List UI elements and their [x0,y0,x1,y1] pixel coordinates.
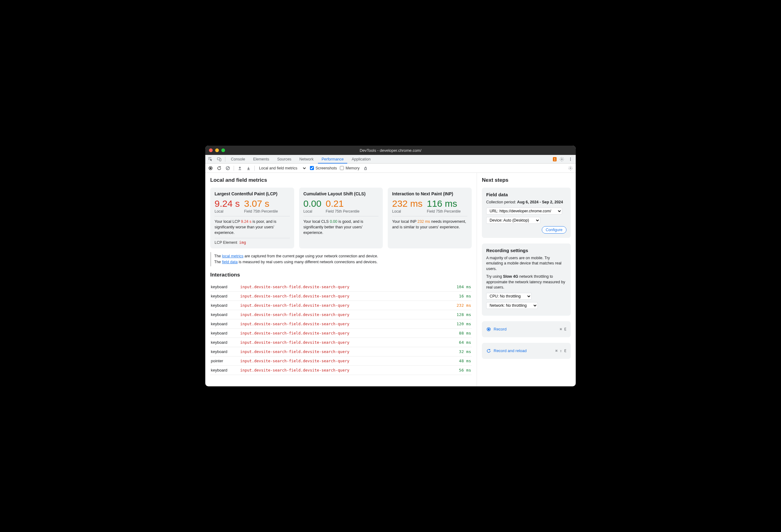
interaction-selector: input.devsite-search-field.devsite-searc… [240,291,450,301]
record-dot-icon [486,327,491,332]
record-panel: Record ⌘ E [482,321,571,337]
device-toggle-icon[interactable] [215,155,223,163]
interaction-selector: input.devsite-search-field.devsite-searc… [240,310,450,319]
svg-point-4 [570,159,571,159]
metric-cards: Largest Contentful Paint (LCP) 9.24 s Lo… [210,188,472,249]
settings-icon[interactable] [558,155,566,163]
device-select[interactable]: Device: Auto (Desktop) [486,217,540,224]
tab-application[interactable]: Application [348,155,374,164]
tab-performance[interactable]: Performance [318,155,347,164]
lcp-element-row[interactable]: LCP Elementimg [214,238,290,245]
tab-sources[interactable]: Sources [274,155,295,164]
field-value: 3.07 s [244,199,278,209]
interaction-row[interactable]: keyboard input.devsite-search-field.devs… [210,291,472,301]
interaction-type: keyboard [210,301,240,310]
card-description: Your local INP 232 ms needs improvement,… [392,219,467,230]
svg-point-7 [210,167,211,169]
tab-elements[interactable]: Elements [249,155,273,164]
interaction-type: keyboard [210,282,240,292]
right-panel: Next steps Field data Collection period:… [477,173,576,386]
field-data-link[interactable]: field data [222,260,238,264]
svg-point-12 [488,328,490,330]
record-icon[interactable] [208,165,213,171]
card-description: Your local CLS 0.00 is good, and is sign… [303,219,379,235]
svg-point-2 [561,159,563,160]
devtools-window: DevTools - developer.chrome.com/ Console… [205,146,576,386]
card-description: Your local LCP 9.24 s is poor, and is si… [214,219,290,235]
interaction-type: keyboard [210,310,240,319]
interaction-type: keyboard [210,291,240,301]
minimize-icon[interactable] [215,148,219,152]
interactions-table: keyboard input.devsite-search-field.devs… [210,282,472,375]
interaction-row[interactable]: keyboard input.devsite-search-field.devs… [210,338,472,347]
svg-line-9 [227,167,229,169]
network-throttle-select[interactable]: Network: No throttling [486,302,538,309]
url-select[interactable]: URL: https://developer.chrome.com/ [486,208,562,215]
field-value: 116 ms [427,199,461,209]
record-reload-button[interactable]: Record and reload ⌘ ⇧ E [486,347,567,355]
metric-card: Interaction to Next Paint (INP) 232 ms L… [388,188,472,249]
interaction-selector: input.devsite-search-field.devsite-searc… [240,328,450,338]
tab-network[interactable]: Network [296,155,317,164]
issues-count-icon: 1 [553,157,557,162]
record-reload-shortcut: ⌘ ⇧ E [556,349,567,353]
field-data-panel: Field data Collection period: Aug 6, 202… [482,188,571,238]
interaction-row[interactable]: keyboard input.devsite-search-field.devs… [210,328,472,338]
interaction-type: keyboard [210,347,240,356]
local-value: 9.24 s [214,199,240,209]
download-icon[interactable] [246,165,251,171]
interaction-selector: input.devsite-search-field.devsite-searc… [240,338,450,347]
interaction-type: keyboard [210,338,240,347]
svg-point-3 [570,158,571,158]
record-shortcut: ⌘ E [560,327,567,331]
interaction-time: 104 ms [450,282,472,292]
interaction-type: keyboard [210,365,240,374]
performance-toolbar: Local and field metrics Screenshots Memo… [205,164,576,173]
screenshots-checkbox[interactable]: Screenshots [310,166,337,170]
svg-rect-1 [219,159,221,161]
record-button[interactable]: Record ⌘ E [486,325,567,333]
interaction-row[interactable]: pointer input.devsite-search-field.devsi… [210,356,472,365]
close-icon[interactable] [209,148,213,152]
record-reload-panel: Record and reload ⌘ ⇧ E [482,343,571,359]
panel-settings-icon[interactable] [568,165,573,171]
metrics-view-select[interactable]: Local and field metrics [258,166,307,171]
left-panel: Local and field metrics Largest Contentf… [205,173,477,386]
clear-icon[interactable] [225,165,231,171]
recording-settings-panel: Recording settings A majority of users a… [482,243,571,316]
maximize-icon[interactable] [221,148,225,152]
interaction-type: keyboard [210,319,240,328]
metrics-heading: Local and field metrics [210,177,472,183]
interaction-row[interactable]: keyboard input.devsite-search-field.devs… [210,347,472,356]
field-data-title: Field data [486,192,567,197]
garbage-collect-icon[interactable] [363,165,368,171]
svg-point-10 [570,168,571,169]
interaction-selector: input.devsite-search-field.devsite-searc… [240,301,450,310]
interaction-time: 232 ms [450,301,472,310]
interaction-row[interactable]: keyboard input.devsite-search-field.devs… [210,319,472,328]
interaction-time: 32 ms [450,347,472,356]
interaction-row[interactable]: keyboard input.devsite-search-field.devs… [210,301,472,310]
configure-button[interactable]: Configure [542,226,567,234]
issues-badge[interactable]: 1 [553,157,557,162]
field-value: 0.21 [326,199,359,209]
interaction-row[interactable]: keyboard input.devsite-search-field.devs… [210,365,472,374]
interaction-selector: input.devsite-search-field.devsite-searc… [240,347,450,356]
more-icon[interactable] [567,155,574,163]
reload-icon[interactable] [216,165,222,171]
interaction-time: 56 ms [450,365,472,374]
interaction-row[interactable]: keyboard input.devsite-search-field.devs… [210,310,472,319]
interaction-row[interactable]: keyboard input.devsite-search-field.devs… [210,282,472,292]
memory-checkbox[interactable]: Memory [340,166,359,170]
local-metrics-link[interactable]: local metrics [222,254,243,258]
upload-icon[interactable] [237,165,243,171]
interaction-selector: input.devsite-search-field.devsite-searc… [240,319,450,328]
interaction-time: 16 ms [450,291,472,301]
metric-card: Cumulative Layout Shift (CLS) 0.00 Local… [299,188,383,249]
tab-console[interactable]: Console [227,155,249,164]
cpu-throttle-select[interactable]: CPU: No throttling [486,293,532,300]
metrics-info: The local metrics are captured from the … [210,252,472,266]
inspect-icon[interactable] [207,155,214,163]
interaction-type: keyboard [210,328,240,338]
interaction-time: 48 ms [450,356,472,365]
